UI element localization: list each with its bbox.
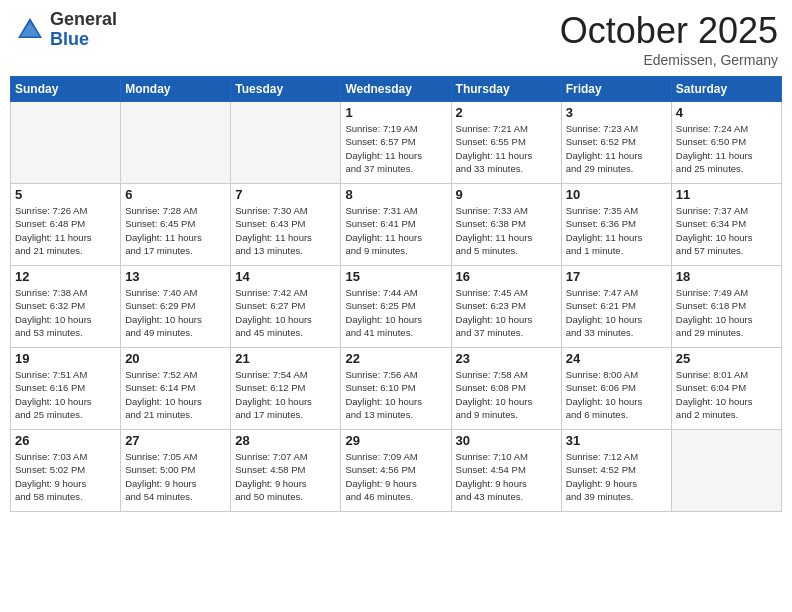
day-number: 28 <box>235 433 336 448</box>
calendar-cell: 31Sunrise: 7:12 AM Sunset: 4:52 PM Dayli… <box>561 430 671 512</box>
day-number: 7 <box>235 187 336 202</box>
calendar-cell: 14Sunrise: 7:42 AM Sunset: 6:27 PM Dayli… <box>231 266 341 348</box>
calendar-cell: 7Sunrise: 7:30 AM Sunset: 6:43 PM Daylig… <box>231 184 341 266</box>
day-info: Sunrise: 7:58 AM Sunset: 6:08 PM Dayligh… <box>456 368 557 421</box>
day-info: Sunrise: 7:42 AM Sunset: 6:27 PM Dayligh… <box>235 286 336 339</box>
calendar-cell: 18Sunrise: 7:49 AM Sunset: 6:18 PM Dayli… <box>671 266 781 348</box>
logo-blue-text: Blue <box>50 30 117 50</box>
day-info: Sunrise: 7:47 AM Sunset: 6:21 PM Dayligh… <box>566 286 667 339</box>
week-row-5: 26Sunrise: 7:03 AM Sunset: 5:02 PM Dayli… <box>11 430 782 512</box>
day-info: Sunrise: 7:23 AM Sunset: 6:52 PM Dayligh… <box>566 122 667 175</box>
day-info: Sunrise: 7:10 AM Sunset: 4:54 PM Dayligh… <box>456 450 557 503</box>
month-title: October 2025 <box>560 10 778 52</box>
title-area: October 2025 Edemissen, Germany <box>560 10 778 68</box>
day-number: 31 <box>566 433 667 448</box>
day-number: 11 <box>676 187 777 202</box>
weekday-header-sunday: Sunday <box>11 77 121 102</box>
week-row-2: 5Sunrise: 7:26 AM Sunset: 6:48 PM Daylig… <box>11 184 782 266</box>
day-number: 18 <box>676 269 777 284</box>
day-number: 29 <box>345 433 446 448</box>
day-info: Sunrise: 7:12 AM Sunset: 4:52 PM Dayligh… <box>566 450 667 503</box>
calendar-cell: 4Sunrise: 7:24 AM Sunset: 6:50 PM Daylig… <box>671 102 781 184</box>
day-info: Sunrise: 7:40 AM Sunset: 6:29 PM Dayligh… <box>125 286 226 339</box>
day-number: 6 <box>125 187 226 202</box>
day-number: 26 <box>15 433 116 448</box>
calendar-cell: 9Sunrise: 7:33 AM Sunset: 6:38 PM Daylig… <box>451 184 561 266</box>
day-number: 30 <box>456 433 557 448</box>
weekday-header-thursday: Thursday <box>451 77 561 102</box>
day-number: 13 <box>125 269 226 284</box>
day-number: 8 <box>345 187 446 202</box>
day-info: Sunrise: 7:56 AM Sunset: 6:10 PM Dayligh… <box>345 368 446 421</box>
calendar-table: SundayMondayTuesdayWednesdayThursdayFrid… <box>10 76 782 512</box>
day-number: 2 <box>456 105 557 120</box>
day-info: Sunrise: 7:54 AM Sunset: 6:12 PM Dayligh… <box>235 368 336 421</box>
day-info: Sunrise: 8:00 AM Sunset: 6:06 PM Dayligh… <box>566 368 667 421</box>
calendar-cell: 25Sunrise: 8:01 AM Sunset: 6:04 PM Dayli… <box>671 348 781 430</box>
day-info: Sunrise: 7:03 AM Sunset: 5:02 PM Dayligh… <box>15 450 116 503</box>
day-number: 22 <box>345 351 446 366</box>
day-info: Sunrise: 7:28 AM Sunset: 6:45 PM Dayligh… <box>125 204 226 257</box>
day-number: 21 <box>235 351 336 366</box>
day-info: Sunrise: 7:09 AM Sunset: 4:56 PM Dayligh… <box>345 450 446 503</box>
calendar-cell: 13Sunrise: 7:40 AM Sunset: 6:29 PM Dayli… <box>121 266 231 348</box>
day-number: 16 <box>456 269 557 284</box>
calendar-cell: 26Sunrise: 7:03 AM Sunset: 5:02 PM Dayli… <box>11 430 121 512</box>
calendar-cell: 15Sunrise: 7:44 AM Sunset: 6:25 PM Dayli… <box>341 266 451 348</box>
day-info: Sunrise: 7:45 AM Sunset: 6:23 PM Dayligh… <box>456 286 557 339</box>
calendar-cell: 17Sunrise: 7:47 AM Sunset: 6:21 PM Dayli… <box>561 266 671 348</box>
calendar-cell: 11Sunrise: 7:37 AM Sunset: 6:34 PM Dayli… <box>671 184 781 266</box>
calendar-cell: 27Sunrise: 7:05 AM Sunset: 5:00 PM Dayli… <box>121 430 231 512</box>
calendar-cell: 22Sunrise: 7:56 AM Sunset: 6:10 PM Dayli… <box>341 348 451 430</box>
week-row-4: 19Sunrise: 7:51 AM Sunset: 6:16 PM Dayli… <box>11 348 782 430</box>
calendar-cell: 30Sunrise: 7:10 AM Sunset: 4:54 PM Dayli… <box>451 430 561 512</box>
day-info: Sunrise: 7:49 AM Sunset: 6:18 PM Dayligh… <box>676 286 777 339</box>
day-info: Sunrise: 7:05 AM Sunset: 5:00 PM Dayligh… <box>125 450 226 503</box>
day-number: 25 <box>676 351 777 366</box>
weekday-header-row: SundayMondayTuesdayWednesdayThursdayFrid… <box>11 77 782 102</box>
day-number: 27 <box>125 433 226 448</box>
day-info: Sunrise: 7:26 AM Sunset: 6:48 PM Dayligh… <box>15 204 116 257</box>
calendar-cell <box>671 430 781 512</box>
weekday-header-tuesday: Tuesday <box>231 77 341 102</box>
day-info: Sunrise: 7:51 AM Sunset: 6:16 PM Dayligh… <box>15 368 116 421</box>
calendar-cell: 12Sunrise: 7:38 AM Sunset: 6:32 PM Dayli… <box>11 266 121 348</box>
day-number: 24 <box>566 351 667 366</box>
weekday-header-saturday: Saturday <box>671 77 781 102</box>
week-row-3: 12Sunrise: 7:38 AM Sunset: 6:32 PM Dayli… <box>11 266 782 348</box>
day-number: 12 <box>15 269 116 284</box>
calendar-cell: 1Sunrise: 7:19 AM Sunset: 6:57 PM Daylig… <box>341 102 451 184</box>
day-number: 5 <box>15 187 116 202</box>
logo: General Blue <box>14 10 117 50</box>
day-number: 1 <box>345 105 446 120</box>
week-row-1: 1Sunrise: 7:19 AM Sunset: 6:57 PM Daylig… <box>11 102 782 184</box>
day-number: 14 <box>235 269 336 284</box>
calendar-cell: 10Sunrise: 7:35 AM Sunset: 6:36 PM Dayli… <box>561 184 671 266</box>
logo-icon <box>14 14 46 46</box>
calendar-cell: 19Sunrise: 7:51 AM Sunset: 6:16 PM Dayli… <box>11 348 121 430</box>
day-number: 3 <box>566 105 667 120</box>
calendar-cell: 21Sunrise: 7:54 AM Sunset: 6:12 PM Dayli… <box>231 348 341 430</box>
calendar-cell: 8Sunrise: 7:31 AM Sunset: 6:41 PM Daylig… <box>341 184 451 266</box>
day-number: 19 <box>15 351 116 366</box>
calendar-cell: 20Sunrise: 7:52 AM Sunset: 6:14 PM Dayli… <box>121 348 231 430</box>
calendar-cell: 29Sunrise: 7:09 AM Sunset: 4:56 PM Dayli… <box>341 430 451 512</box>
day-info: Sunrise: 8:01 AM Sunset: 6:04 PM Dayligh… <box>676 368 777 421</box>
day-info: Sunrise: 7:31 AM Sunset: 6:41 PM Dayligh… <box>345 204 446 257</box>
day-info: Sunrise: 7:33 AM Sunset: 6:38 PM Dayligh… <box>456 204 557 257</box>
day-info: Sunrise: 7:38 AM Sunset: 6:32 PM Dayligh… <box>15 286 116 339</box>
day-info: Sunrise: 7:07 AM Sunset: 4:58 PM Dayligh… <box>235 450 336 503</box>
calendar-cell: 3Sunrise: 7:23 AM Sunset: 6:52 PM Daylig… <box>561 102 671 184</box>
calendar-cell: 5Sunrise: 7:26 AM Sunset: 6:48 PM Daylig… <box>11 184 121 266</box>
day-info: Sunrise: 7:37 AM Sunset: 6:34 PM Dayligh… <box>676 204 777 257</box>
calendar-cell: 6Sunrise: 7:28 AM Sunset: 6:45 PM Daylig… <box>121 184 231 266</box>
day-info: Sunrise: 7:35 AM Sunset: 6:36 PM Dayligh… <box>566 204 667 257</box>
day-info: Sunrise: 7:24 AM Sunset: 6:50 PM Dayligh… <box>676 122 777 175</box>
day-number: 4 <box>676 105 777 120</box>
weekday-header-monday: Monday <box>121 77 231 102</box>
day-info: Sunrise: 7:52 AM Sunset: 6:14 PM Dayligh… <box>125 368 226 421</box>
calendar-cell <box>11 102 121 184</box>
day-info: Sunrise: 7:21 AM Sunset: 6:55 PM Dayligh… <box>456 122 557 175</box>
day-number: 23 <box>456 351 557 366</box>
weekday-header-friday: Friday <box>561 77 671 102</box>
